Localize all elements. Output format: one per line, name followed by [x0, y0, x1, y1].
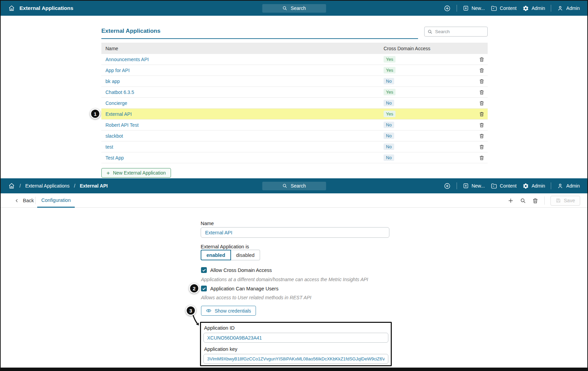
eye-icon [206, 308, 212, 314]
application-name-link[interactable]: Chatbot 6.3.5 [101, 90, 384, 95]
table-row[interactable]: test No [101, 141, 488, 152]
delete-icon[interactable] [479, 100, 485, 106]
table-row[interactable]: External API Yes [101, 109, 488, 120]
nav-user[interactable]: Admin [557, 5, 580, 12]
cross-domain-checkbox[interactable] [201, 267, 207, 273]
search-icon[interactable] [520, 197, 526, 204]
nav-user[interactable]: Admin [557, 183, 580, 189]
list-title-row: External Applications [101, 26, 488, 38]
table-row[interactable]: bk app No [101, 76, 488, 87]
name-input[interactable] [201, 227, 389, 238]
application-name-link[interactable]: Test App [101, 155, 384, 161]
top-navbar: External Applications Search New... [1, 1, 587, 16]
delete-icon[interactable] [479, 144, 485, 150]
application-name-link[interactable]: Robert API Test [101, 122, 384, 128]
nav-content[interactable]: Content [491, 5, 517, 12]
search-icon [282, 5, 288, 11]
delete-icon[interactable] [479, 155, 485, 161]
application-name-link[interactable]: Concierge [101, 100, 384, 106]
nav-admin[interactable]: Admin [522, 5, 545, 12]
delete-icon[interactable] [479, 89, 485, 95]
delete-icon[interactable] [479, 78, 485, 84]
user-icon [557, 183, 563, 189]
application-id-label: Application ID [204, 325, 388, 331]
home-icon[interactable] [8, 5, 15, 12]
global-search-button[interactable]: Search [262, 4, 326, 13]
save-button[interactable]: Save [550, 196, 580, 206]
delete-icon[interactable] [479, 111, 485, 117]
column-header-cross-domain: Cross Domain Access [384, 46, 430, 51]
table-row[interactable]: Robert API Test No [101, 120, 488, 130]
table-row[interactable]: Test App No [101, 152, 488, 163]
plus-icon: + [106, 170, 110, 176]
application-name-link[interactable]: test [101, 144, 384, 150]
table-row[interactable]: App for API Yes [101, 65, 488, 76]
application-name-link[interactable]: bk app [101, 79, 384, 84]
new-external-application-button[interactable]: + New External Application [101, 168, 171, 178]
application-key-input[interactable] [203, 354, 388, 364]
table-row[interactable]: Chatbot 6.3.5 Yes [101, 87, 488, 98]
nav-admin[interactable]: Admin [522, 183, 545, 189]
applications-table: Name Cross Domain Access Announcements A… [101, 43, 488, 163]
cross-domain-badge: Yes [384, 56, 396, 63]
application-name-link[interactable]: Announcements API [101, 57, 384, 62]
application-name-link[interactable]: slackbot [101, 133, 384, 139]
global-search-label: Search [291, 5, 306, 11]
cross-domain-badge: No [384, 133, 394, 139]
bottom-edge [1, 368, 587, 370]
tab-configuration[interactable]: Configuration [37, 193, 75, 208]
nav-content-label: Content [500, 183, 517, 189]
nav-admin-label: Admin [532, 5, 545, 11]
chevron-left-icon [14, 198, 19, 203]
detail-navbar: / External Applications / External API S… [1, 178, 587, 193]
back-button[interactable]: Back [14, 193, 34, 208]
nav-new-label: New... [472, 5, 485, 11]
list-search-box[interactable] [424, 27, 488, 37]
toolbar-divider [35, 197, 35, 204]
user-icon [557, 5, 563, 12]
toolbar-divider [544, 196, 545, 205]
enabled-option[interactable]: enabled [201, 250, 231, 260]
delete-icon[interactable] [479, 122, 485, 128]
table-row[interactable]: Concierge No [101, 98, 488, 109]
nav-content[interactable]: Content [491, 183, 517, 189]
global-search-button[interactable]: Search [262, 182, 326, 190]
nav-user-label: Admin [566, 183, 580, 189]
table-row[interactable]: Announcements API Yes [101, 54, 488, 65]
delete-icon[interactable] [479, 67, 485, 73]
show-credentials-button[interactable]: Show credentials [201, 306, 256, 316]
compass-icon[interactable] [444, 182, 451, 190]
delete-icon[interactable] [479, 133, 485, 139]
table-row[interactable]: slackbot No [101, 130, 488, 141]
gear-icon [522, 183, 529, 189]
compass-icon[interactable] [444, 5, 451, 12]
application-name-link[interactable]: App for API [101, 68, 384, 73]
column-header-name: Name [101, 46, 384, 51]
navbar-right: New... Content Admin Admin [444, 5, 580, 12]
cross-domain-badge: No [384, 122, 394, 128]
add-icon[interactable] [507, 197, 514, 204]
cross-domain-note: Applications at a different domain/hostn… [201, 277, 368, 282]
cross-domain-badge: No [384, 143, 394, 150]
application-name-link[interactable]: External API [101, 111, 384, 117]
cross-domain-row: Allow Cross Domain Access [201, 267, 272, 273]
show-credentials-label: Show credentials [215, 308, 251, 314]
navbar-left: External Applications [8, 5, 73, 12]
annotation-step-3: 3 [186, 305, 196, 316]
delete-icon[interactable] [479, 56, 485, 62]
credentials-box: Application ID Application key [200, 322, 392, 366]
plus-square-icon [463, 183, 469, 189]
list-search-input[interactable] [435, 29, 485, 34]
nav-new[interactable]: New... [463, 183, 485, 189]
application-id-input[interactable] [203, 333, 388, 343]
global-search-label: Search [291, 183, 306, 189]
manage-users-checkbox[interactable] [201, 286, 207, 291]
cross-domain-badge: Yes [384, 67, 396, 73]
home-icon[interactable] [8, 182, 15, 189]
nav-new[interactable]: New... [463, 5, 485, 11]
disabled-option[interactable]: disabled [231, 250, 260, 260]
breadcrumb-external-applications[interactable]: External Applications [25, 183, 70, 189]
navbar-divider [551, 5, 551, 12]
delete-icon[interactable] [532, 197, 539, 204]
toolbar-actions: Save [507, 193, 580, 208]
